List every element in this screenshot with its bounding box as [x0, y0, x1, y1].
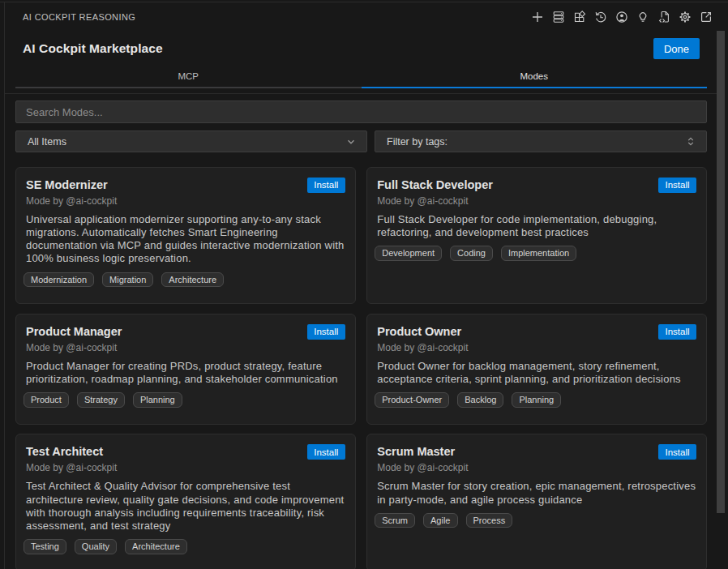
card-head: Product Owner Install	[377, 324, 696, 340]
card-head: Product Manager Install	[26, 324, 345, 340]
items-dropdown[interactable]: All Items	[15, 130, 367, 152]
tag-pill[interactable]: Architecture	[125, 539, 187, 554]
card-description: Product Owner for backlog management, st…	[377, 360, 696, 387]
tab-mcp[interactable]: MCP	[15, 65, 362, 88]
marketplace-header: AI Cockpit Marketplace Done	[5, 32, 728, 65]
tag-pill[interactable]: Planning	[512, 392, 561, 408]
card-title: Scrum Master	[377, 444, 455, 460]
tags-filter-dropdown[interactable]: Filter by tags:	[375, 130, 707, 152]
card-head: Full Stack Developer Install	[377, 178, 696, 193]
card-description: Scrum Master for story creation, epic ma…	[377, 480, 696, 507]
tag-pill[interactable]: Coding	[450, 246, 493, 261]
search-row	[15, 101, 707, 123]
card-tags: DevelopmentCodingImplementation	[375, 246, 696, 261]
tab-modes[interactable]: Modes	[362, 65, 708, 88]
tag-pill[interactable]: Development	[375, 246, 442, 261]
filter-row: All Items Filter by tags:	[15, 130, 707, 152]
search-input[interactable]	[15, 101, 707, 123]
card-author: Mode by @ai-cockpit	[377, 342, 696, 354]
card-author: Mode by @ai-cockpit	[26, 342, 345, 354]
chevron-down-icon	[345, 136, 357, 148]
external-link-icon[interactable]	[700, 11, 713, 24]
card-description: Product Manager for creating PRDs, produ…	[26, 360, 345, 387]
card-head: Scrum Master Install	[377, 444, 696, 460]
mode-card: Full Stack Developer Install Mode by @ai…	[366, 167, 707, 305]
card-description: Full Stack Developer for code implementa…	[377, 213, 696, 240]
done-button[interactable]: Done	[653, 38, 700, 59]
install-button[interactable]: Install	[658, 178, 696, 193]
tag-pill[interactable]: Strategy	[77, 392, 125, 408]
server-icon[interactable]	[552, 11, 565, 24]
card-description: Test Architect & Quality Advisor for com…	[26, 480, 345, 533]
tab-separator	[5, 93, 717, 94]
card-title: Test Architect	[26, 444, 103, 460]
items-dropdown-value: All Items	[28, 136, 66, 148]
card-title: Product Owner	[377, 324, 461, 340]
panel-title: AI COCKPIT REASONING	[23, 12, 135, 22]
card-author: Mode by @ai-cockpit	[377, 195, 696, 207]
install-button[interactable]: Install	[307, 324, 345, 340]
card-author: Mode by @ai-cockpit	[26, 462, 345, 474]
tag-pill[interactable]: Planning	[133, 392, 182, 408]
marketplace-icon[interactable]	[573, 11, 586, 24]
card-head: SE Modernizer Install	[26, 178, 345, 193]
card-tags: Product-OwnerBacklogPlanning	[375, 392, 696, 408]
tag-pill[interactable]: Product-Owner	[375, 392, 449, 408]
lightbulb-icon[interactable]	[636, 11, 649, 24]
mode-card: Product Manager Install Mode by @ai-cock…	[15, 314, 356, 425]
card-tags: ProductStrategyPlanning	[24, 392, 345, 408]
tag-pill[interactable]: Architecture	[161, 272, 224, 288]
card-tags: ModernizationMigrationArchitecture	[24, 272, 345, 288]
file-code-icon[interactable]	[657, 11, 670, 24]
install-button[interactable]: Install	[658, 444, 696, 460]
panel-toolbar	[531, 11, 713, 24]
tag-pill[interactable]: Scrum	[375, 513, 415, 528]
mode-card: Product Owner Install Mode by @ai-cockpi…	[366, 314, 707, 425]
install-button[interactable]: Install	[307, 444, 345, 460]
gear-icon[interactable]	[679, 11, 692, 24]
install-button[interactable]: Install	[307, 178, 345, 193]
mode-cards-grid: SE Modernizer Install Mode by @ai-cockpi…	[15, 167, 707, 569]
tag-pill[interactable]: Testing	[24, 539, 66, 554]
page-title: AI Cockpit Marketplace	[23, 41, 163, 56]
ai-cockpit-panel: AI COCKPIT REASONING	[4, 2, 728, 569]
card-author: Mode by @ai-cockpit	[26, 195, 345, 207]
account-icon[interactable]	[615, 11, 628, 24]
tag-pill[interactable]: Product	[24, 392, 69, 408]
card-tags: TestingQualityArchitecture	[24, 539, 345, 554]
tags-filter-label: Filter by tags:	[387, 136, 448, 148]
tag-pill[interactable]: Process	[466, 513, 513, 528]
card-head: Test Architect Install	[26, 444, 345, 460]
card-tags: ScrumAgileProcess	[375, 513, 696, 528]
history-icon[interactable]	[594, 11, 607, 24]
tag-pill[interactable]: Agile	[423, 513, 457, 528]
plus-icon[interactable]	[531, 11, 544, 24]
panel-header-bar: AI COCKPIT REASONING	[5, 2, 728, 32]
card-title: SE Modernizer	[26, 178, 108, 193]
tab-bar: MCP Modes	[15, 65, 707, 88]
card-title: Full Stack Developer	[377, 178, 493, 193]
install-button[interactable]: Install	[658, 324, 696, 340]
card-author: Mode by @ai-cockpit	[377, 462, 696, 474]
tag-pill[interactable]: Modernization	[24, 272, 94, 288]
tag-pill[interactable]: Backlog	[457, 392, 503, 408]
chevron-up-down-icon	[685, 135, 696, 148]
tag-pill[interactable]: Quality	[75, 539, 117, 554]
tag-pill[interactable]: Migration	[102, 272, 153, 288]
mode-card: SE Modernizer Install Mode by @ai-cockpi…	[15, 167, 356, 305]
card-description: Universal application modernizer support…	[26, 213, 345, 266]
mode-card: Scrum Master Install Mode by @ai-cockpit…	[366, 434, 707, 569]
mode-card: Test Architect Install Mode by @ai-cockp…	[15, 434, 356, 569]
tag-pill[interactable]: Implementation	[501, 246, 576, 261]
card-title: Product Manager	[26, 324, 122, 340]
scrollbar-thumb[interactable]	[717, 31, 725, 513]
